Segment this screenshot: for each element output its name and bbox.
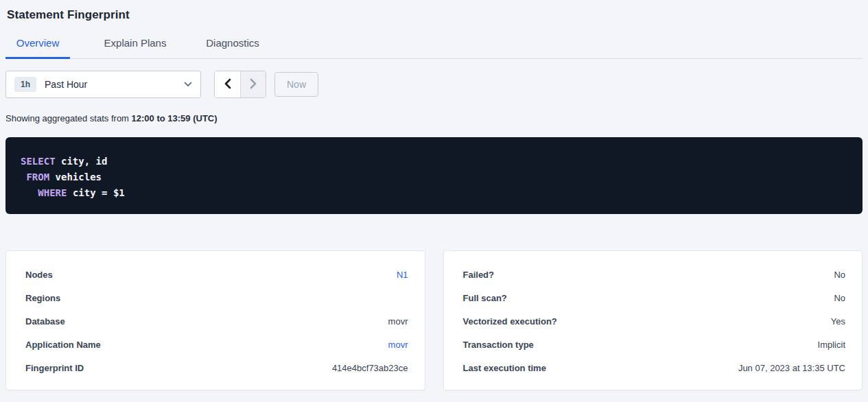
card-row-application-name: Application Name movr — [25, 333, 408, 356]
sql-indent — [21, 187, 38, 198]
interval-label: Past Hour — [45, 79, 87, 90]
sql-line: FROM vehicles — [21, 169, 847, 185]
prev-interval-button[interactable] — [215, 71, 240, 97]
sql-keyword: WHERE — [38, 187, 67, 198]
card-row-failed: Failed? No — [463, 263, 846, 286]
arrow-right-icon — [250, 78, 257, 91]
sql-text: city = $1 — [67, 187, 124, 198]
statement-fingerprint-page: Statement Fingerprint Overview Explain P… — [0, 8, 868, 390]
application-name-link[interactable]: movr — [388, 340, 408, 350]
row-label: Last execution time — [463, 363, 546, 373]
row-label: Nodes — [25, 270, 53, 280]
chevron-down-icon — [184, 82, 192, 87]
sql-text: vehicles — [49, 172, 102, 182]
next-interval-button[interactable] — [240, 71, 266, 97]
card-row-regions: Regions — [25, 286, 408, 309]
aggregated-stats-summary: Showing aggregated stats from 12:00 to 1… — [5, 113, 863, 123]
card-row-nodes: Nodes N1 — [25, 263, 408, 286]
row-value: No — [834, 293, 845, 303]
row-label: Failed? — [463, 270, 495, 280]
card-row-vectorized-execution: Vectorized execution? Yes — [463, 309, 846, 333]
row-label: Fingerprint ID — [25, 363, 84, 373]
stats-prefix: Showing aggregated stats from — [5, 113, 132, 123]
time-interval-dropdown[interactable]: 1h Past Hour — [5, 71, 201, 98]
interval-badge: 1h — [14, 77, 36, 92]
row-value: Implicit — [818, 340, 845, 350]
interval-step-buttons — [214, 71, 266, 98]
sql-line: SELECT city, id — [21, 154, 847, 169]
row-label: Regions — [25, 293, 60, 303]
stats-time-range: 12:00 to 13:59 (UTC) — [132, 113, 218, 123]
row-label: Transaction type — [463, 340, 534, 350]
row-label: Database — [25, 316, 65, 327]
card-row-fingerprint-id: Fingerprint ID 414e4bcf73ab23ce — [25, 356, 408, 379]
row-value: Yes — [831, 316, 845, 327]
summary-cards: Nodes N1 Regions Database movr Applicati… — [5, 250, 863, 390]
row-value: 414e4bcf73ab23ce — [332, 363, 408, 373]
nodes-link[interactable]: N1 — [397, 270, 408, 280]
row-label: Full scan? — [463, 293, 507, 303]
statement-details-card: Nodes N1 Regions Database movr Applicati… — [5, 250, 425, 390]
sql-text: city, id — [56, 156, 108, 167]
card-row-full-scan: Full scan? No — [463, 286, 846, 309]
now-button[interactable]: Now — [274, 72, 318, 97]
page-title: Statement Fingerprint — [7, 8, 863, 22]
row-label: Vectorized execution? — [463, 316, 557, 327]
tab-explain-plans[interactable]: Explain Plans — [103, 30, 167, 59]
tab-overview[interactable]: Overview — [5, 30, 70, 59]
row-value: No — [834, 270, 845, 280]
sql-keyword: SELECT — [21, 156, 56, 167]
sql-statement-box: SELECT city, id FROM vehicles WHERE city… — [5, 137, 863, 214]
arrow-left-icon — [224, 78, 231, 91]
tab-bar: Overview Explain Plans Diagnostics — [5, 30, 863, 59]
card-row-database: Database movr — [25, 309, 408, 333]
sql-keyword: FROM — [26, 172, 49, 182]
row-value: movr — [388, 316, 408, 327]
row-value: Jun 07, 2023 at 13:35 UTC — [738, 363, 845, 373]
sql-line: WHERE city = $1 — [21, 185, 847, 201]
card-row-transaction-type: Transaction type Implicit — [463, 333, 846, 356]
tab-diagnostics[interactable]: Diagnostics — [200, 30, 265, 59]
time-toolbar: 1h Past Hour Now — [5, 71, 863, 98]
row-label: Application Name — [25, 340, 101, 350]
card-row-last-execution-time: Last execution time Jun 07, 2023 at 13:3… — [463, 356, 846, 379]
execution-attributes-card: Failed? No Full scan? No Vectorized exec… — [443, 250, 863, 390]
